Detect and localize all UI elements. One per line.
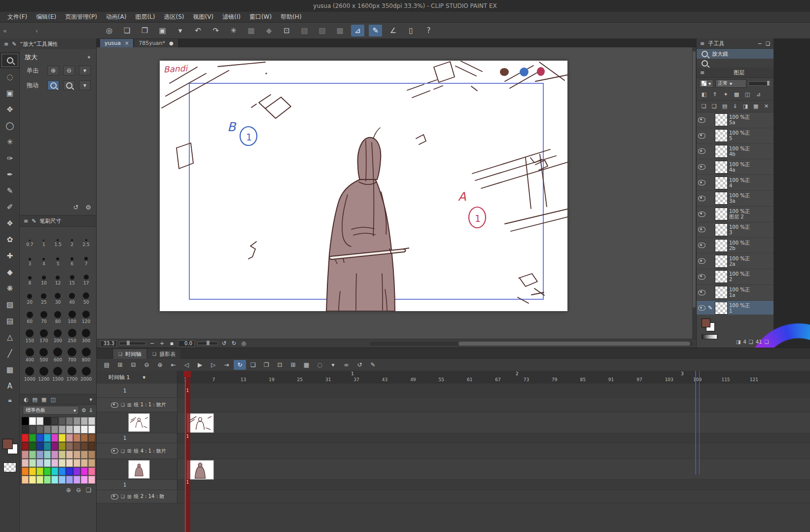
cel-thumbnail[interactable] [186, 460, 214, 480]
brush-size-cell[interactable]: 170 [37, 325, 51, 344]
color-swatch[interactable] [81, 451, 88, 459]
color-swatch[interactable] [59, 467, 66, 475]
color-swatch[interactable] [22, 467, 29, 475]
layer-thumbnail[interactable] [715, 223, 728, 236]
color-swatch[interactable] [29, 459, 36, 467]
brush-size-cell[interactable]: 70 [37, 306, 51, 325]
color-swatch[interactable] [22, 476, 29, 484]
color-swatch[interactable] [73, 434, 80, 442]
layer-visibility-eye-icon[interactable] [698, 227, 705, 232]
color-swatch[interactable] [22, 426, 29, 433]
cel-thumbnail[interactable] [128, 413, 150, 432]
onion-skin-icon[interactable]: ◌ [314, 360, 326, 370]
color-swatch[interactable] [66, 442, 73, 450]
new-cel-icon[interactable]: ❏ [247, 360, 259, 370]
zoom-value[interactable]: 33.3 [100, 340, 117, 347]
layer-row[interactable]: 100 %正 5 [697, 128, 774, 144]
select-rect-icon[interactable]: ▧ [298, 25, 311, 36]
gradient-tool[interactable]: ▤ [0, 313, 20, 329]
eyedropper-tool[interactable]: ✑ [0, 150, 20, 166]
replace-color-icon[interactable]: ⊖ [76, 487, 81, 494]
timeline-select-dropdown[interactable]: ▾ [143, 374, 146, 381]
play-icon[interactable]: ▶ [194, 360, 206, 370]
go-to-end-icon[interactable]: ⇥ [220, 360, 233, 370]
layer-name[interactable]: 1a [729, 292, 750, 298]
layer-thumbnail[interactable] [715, 270, 728, 283]
color-swatch[interactable] [59, 442, 66, 450]
brush-size-cell[interactable]: 600 [51, 345, 65, 363]
layer-visibility-eye-icon[interactable] [698, 258, 705, 264]
delete-selection-icon[interactable]: ▩ [245, 25, 258, 36]
brush-size-cell[interactable]: 60 [23, 306, 37, 325]
blend-tool[interactable]: ❋ [0, 280, 20, 296]
timeline-settings-icon[interactable]: ⊟ [127, 360, 140, 370]
auto-select-tool[interactable]: ✳ [0, 134, 20, 150]
new-canvas-icon[interactable]: ❏ [120, 25, 134, 36]
track-row-group1[interactable]: ❏ ⊞ 组 1 : 1 : 散片 [97, 398, 810, 412]
drag-mode-dropdown[interactable]: ▾ [79, 80, 91, 90]
playhead-cap[interactable] [183, 371, 191, 377]
layer-name[interactable]: 4 [729, 183, 750, 188]
layer-visibility-eye-icon[interactable] [698, 180, 705, 185]
color-swatch[interactable] [59, 451, 66, 459]
edit-timeline-icon[interactable]: ✎ [367, 360, 379, 370]
layer-visibility-eye-icon[interactable] [698, 274, 705, 280]
color-swatch[interactable] [81, 476, 88, 484]
blend-mode-select[interactable]: 正常 ▾ [715, 79, 746, 88]
brush-size-cell[interactable]: 1700 [65, 364, 79, 383]
object-tool[interactable]: ▣ [0, 85, 20, 101]
zoom-out-mode-button[interactable]: ⊖ [63, 66, 75, 75]
new-vector-layer-icon[interactable]: ❑ [710, 103, 718, 110]
import-color-set-icon[interactable]: ⇓ [89, 407, 93, 414]
new-timeline-icon[interactable]: ⊞ [114, 360, 126, 370]
reference-layer-icon[interactable]: ⇑ [711, 91, 719, 98]
color-wheel-tab-icon[interactable]: ◐ [24, 396, 29, 403]
layer-thumbnail[interactable] [715, 239, 728, 252]
color-swatch[interactable] [29, 442, 36, 450]
color-swatch[interactable] [51, 417, 58, 425]
layer-thumbnail[interactable] [715, 255, 728, 268]
color-swatch[interactable] [29, 434, 36, 442]
play-settings-icon[interactable]: ↺ [353, 360, 366, 370]
color-swatch[interactable] [73, 451, 80, 459]
color-swatch[interactable] [51, 467, 58, 475]
track-row-thumbs2[interactable] [97, 459, 810, 480]
cel-thumbnail[interactable] [128, 460, 150, 479]
mixer-tool[interactable]: ✚ [0, 248, 20, 264]
rotate-value[interactable]: 0.0 [178, 340, 195, 347]
track-visibility-eye-icon[interactable] [111, 494, 118, 499]
text-tool[interactable]: A [0, 378, 20, 394]
brush-size-cell[interactable]: 0.7 [23, 229, 37, 248]
airbrush-tool[interactable]: ❖ [0, 215, 20, 231]
color-swatch[interactable] [73, 442, 80, 450]
lock-transparent-icon[interactable]: ▩ [733, 91, 740, 98]
layer-thumbnail[interactable] [715, 302, 728, 315]
color-swatch[interactable] [51, 459, 58, 467]
color-swatch[interactable] [81, 417, 88, 425]
color-swatch[interactable] [66, 459, 73, 467]
layer-row[interactable]: 100 %正 4 [697, 175, 774, 191]
save-icon[interactable]: ▣ [156, 25, 169, 36]
color-swatch[interactable] [22, 459, 29, 467]
subtool-item-zoom[interactable]: 放大鏡 [697, 49, 774, 59]
color-swatch[interactable] [22, 451, 29, 459]
layer-row[interactable]: 100 %正 2a [697, 253, 774, 269]
layer-name[interactable]: 2b [729, 246, 750, 251]
color-swatch[interactable] [73, 476, 80, 484]
panel-menu-icon[interactable]: ≡ [700, 40, 704, 47]
color-swatch[interactable] [51, 434, 58, 442]
transparent-color-tile[interactable] [3, 462, 16, 472]
color-swatch[interactable] [29, 426, 36, 433]
go-to-start-icon[interactable]: ⇤ [167, 360, 179, 370]
layer-visibility-eye-icon[interactable] [698, 117, 705, 123]
color-swatch[interactable] [59, 434, 66, 442]
color-swatch[interactable] [44, 451, 51, 459]
color-mix-tab-icon[interactable]: ◫ [50, 396, 55, 403]
color-swatch[interactable] [44, 459, 51, 467]
layer-name[interactable]: 1 [729, 308, 750, 314]
color-swatch[interactable] [88, 459, 95, 467]
brush-size-cell[interactable]: 800 [79, 345, 93, 363]
timeline-tracks[interactable]: 1 ❏ ⊞ 组 1 : 1 : 散片 [97, 384, 810, 532]
track-row-group2[interactable]: ❏ ⊞ 组 4 : 1 : 散片 [97, 443, 810, 459]
layer-visibility-eye-icon[interactable] [698, 305, 705, 311]
